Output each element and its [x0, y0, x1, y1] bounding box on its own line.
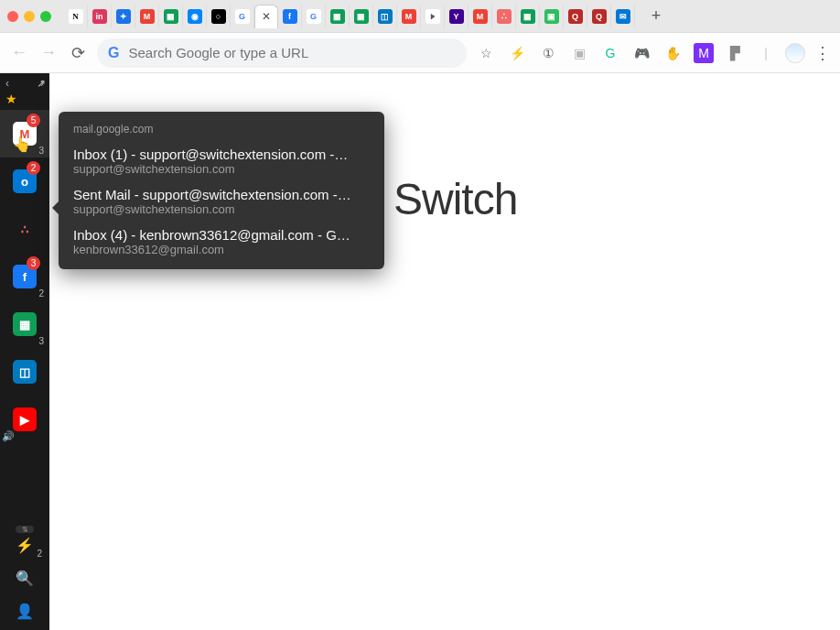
tab-notion[interactable]: N [64, 5, 88, 28]
flag-icon[interactable]: ▛ [725, 43, 745, 63]
sidebar-item-asana[interactable]: ∴ [0, 205, 49, 253]
browser-tabs: Nin✦M▦◉○G✕fG▦▦◫M🕨YM∴▦▣QQ✉ [64, 5, 635, 28]
page-content: ‹ › ★ ↗ ✕ M53o2∴f32▦3◫▶ 🔊 ⇅ ⚡2🔍👤 👆 mail.… [0, 73, 840, 630]
tab-outlook[interactable]: ✉ [611, 5, 635, 28]
tab-invision-favicon: in [92, 9, 107, 24]
tab-yahoo-favicon: Y [449, 9, 464, 24]
popover-entry[interactable]: Inbox (4) - kenbrown33612@gmail.com - G…… [73, 227, 370, 256]
tab-messenger-favicon: ◉ [188, 9, 202, 24]
tab-evernote[interactable]: ▣ [540, 5, 564, 28]
profile-avatar[interactable] [785, 43, 805, 63]
tab-active[interactable]: ✕ [254, 5, 278, 28]
tab-sheets-1-favicon: ▦ [164, 9, 178, 24]
close-window-icon[interactable] [7, 11, 18, 22]
tab-extension[interactable]: ✦ [112, 5, 135, 28]
hand-icon[interactable]: ✋ [662, 43, 683, 63]
new-tab-button[interactable]: + [644, 5, 668, 28]
tab-sheets-4-favicon: ▦ [521, 9, 535, 24]
browser-menu-button[interactable]: ⋮ [814, 43, 831, 63]
tab-gmail-1-favicon: M [140, 9, 155, 24]
popover-domain: mail.google.com [73, 123, 370, 136]
sidebar-item-outlook[interactable]: o2 [0, 158, 49, 205]
sidebar-item-trello[interactable]: ◫ [0, 348, 49, 396]
sidebar-profile-button[interactable]: 👤 [15, 601, 35, 621]
popover-entry-subtitle: support@switchextension.com [73, 202, 370, 216]
tab-quora-1[interactable]: Q [564, 5, 587, 28]
star-icon[interactable]: ☆ [476, 43, 496, 63]
tab-asana-favicon: ∴ [497, 9, 512, 24]
switch-ext-icon[interactable]: ⚡ [507, 43, 527, 63]
popout-icon[interactable]: ↗ [37, 77, 46, 90]
tab-sheets-3-favicon: ▦ [354, 9, 369, 24]
trello-icon: ◫ [13, 360, 37, 384]
tab-notion-favicon: N [69, 9, 83, 24]
sidebar-bottom-actions: ⚡2🔍👤 [0, 535, 49, 630]
tab-sheets-4[interactable]: ▦ [516, 5, 540, 28]
google-icon: G [108, 45, 119, 61]
tab-gmail-3[interactable]: M [468, 5, 492, 28]
tab-gmail-2[interactable]: M [397, 5, 421, 28]
tab-messenger[interactable]: ◉ [183, 5, 207, 28]
sidebar-item-facebook[interactable]: f32 [0, 253, 49, 300]
sound-icon[interactable]: 🔊 [2, 430, 15, 442]
tab-facebook-1[interactable]: f [278, 5, 302, 28]
tab-invision[interactable]: in [88, 5, 112, 28]
tab-gmail-1[interactable]: M [135, 5, 159, 28]
minimize-window-icon[interactable] [24, 11, 35, 22]
popover-entry[interactable]: Inbox (1) - support@switchextension.com … [73, 147, 370, 176]
popover-entry-title: Inbox (1) - support@switchextension.com … [73, 147, 370, 162]
tab-strip: Nin✦M▦◉○G✕fG▦▦◫M🕨YM∴▦▣QQ✉ + [0, 0, 840, 33]
popover-entry-title: Sent Mail - support@switchextension.com … [73, 187, 370, 202]
tab-trello[interactable]: ◫ [373, 5, 397, 28]
sidebar-item-gmail[interactable]: M53 [0, 110, 49, 158]
sidebar-search-button[interactable]: 🔍 [15, 568, 35, 588]
window-controls [7, 11, 51, 22]
tab-quora-2[interactable]: Q [587, 5, 611, 28]
sidebar-app-list: M53o2∴f32▦3◫▶ [0, 110, 49, 443]
bar-icon[interactable]: | [756, 43, 776, 63]
count: 2 [37, 549, 42, 559]
tab-yahoo[interactable]: Y [445, 5, 468, 28]
onetab-icon[interactable]: ① [538, 43, 558, 63]
tab-outlook-favicon: ✉ [616, 9, 630, 24]
tab-sheets-2[interactable]: ▦ [326, 5, 350, 28]
sidebar-item-sheets[interactable]: ▦3 [0, 300, 49, 348]
page-logo: Switch [393, 174, 517, 224]
tab-muted[interactable]: 🕨 [421, 5, 445, 28]
sidebar-collapse-left-icon[interactable]: ‹ [5, 77, 9, 90]
maximize-window-icon[interactable] [40, 11, 51, 22]
close-tab-icon[interactable]: ✕ [262, 10, 271, 23]
tab-sheets-1[interactable]: ▦ [159, 5, 183, 28]
popover-entry-subtitle: kenbrown33612@gmail.com [73, 243, 370, 256]
tab-count: 3 [38, 336, 44, 346]
tab-gmail-3-favicon: M [473, 9, 488, 24]
controller-icon[interactable]: 🎮 [631, 43, 652, 63]
tab-gmail-2-favicon: M [402, 9, 416, 24]
tab-github[interactable]: ○ [207, 5, 231, 28]
back-button[interactable]: ← [9, 43, 29, 63]
tab-count: 2 [38, 288, 44, 299]
tab-muted-favicon: 🕨 [425, 9, 440, 24]
omnibox-input[interactable] [128, 45, 456, 60]
sidebar-switch-home-button[interactable]: ⚡2 [15, 535, 35, 555]
popover-entry[interactable]: Sent Mail - support@switchextension.com … [73, 187, 370, 216]
asana-icon: ∴ [13, 217, 37, 241]
tab-sheets-2-favicon: ▦ [330, 9, 345, 24]
reload-button[interactable]: ⟳ [68, 43, 88, 63]
sidebar-divider[interactable]: ⇅ [0, 524, 49, 535]
tab-google-2[interactable]: G [302, 5, 326, 28]
address-bar[interactable]: G [97, 38, 467, 68]
forward-button[interactable]: → [38, 43, 59, 63]
popover-entry-subtitle: support@switchextension.com [73, 162, 370, 176]
tab-asana[interactable]: ∴ [492, 5, 516, 28]
tab-count: 3 [38, 146, 44, 156]
grammarly-icon[interactable]: G [600, 43, 620, 63]
toggl-icon[interactable]: ▣ [569, 43, 589, 63]
tab-quora-1-favicon: Q [568, 9, 583, 24]
tab-google[interactable]: G [231, 5, 254, 28]
m-ext-icon[interactable]: M [694, 43, 714, 63]
tab-sheets-3[interactable]: ▦ [350, 5, 373, 28]
browser-toolbar: ← → ⟳ G ☆⚡①▣G🎮✋M▛| ⋮ [0, 33, 840, 73]
tab-extension-favicon: ✦ [116, 9, 131, 24]
sidebar-star-icon[interactable]: ★ [0, 92, 49, 110]
